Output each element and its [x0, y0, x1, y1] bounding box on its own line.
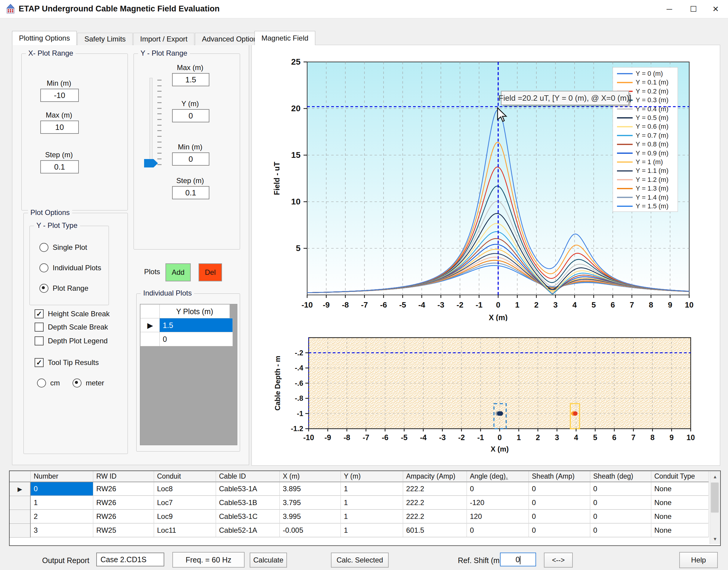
table-cell[interactable]: 222.2	[403, 496, 467, 510]
table-cell[interactable]: 3.995	[280, 510, 341, 523]
table-cell[interactable]: 222.2	[403, 482, 467, 496]
y-step-input[interactable]: 0.1	[172, 186, 209, 199]
table-cell[interactable]: RW26	[93, 482, 154, 496]
table-cell[interactable]: 1	[341, 524, 403, 537]
x-step-input[interactable]: 0.1	[40, 160, 79, 174]
table-cell[interactable]: None	[651, 510, 709, 523]
y-range-slider-track[interactable]	[150, 78, 153, 166]
cable-data-grid[interactable]: NumberRW IDConduitCable IDX (m)Y (m)Ampa…	[9, 471, 721, 546]
x-max-input[interactable]: 10	[40, 120, 79, 134]
output-report-input[interactable]: Case 2.CD1S	[96, 553, 164, 566]
column-header-rw-id[interactable]: RW ID	[93, 471, 154, 482]
table-cell[interactable]: 120	[467, 510, 529, 523]
delete-plot-button[interactable]: Del	[199, 263, 222, 281]
shift-arrows-button[interactable]: <-->	[544, 553, 573, 568]
table-cell[interactable]: -0.005	[280, 524, 341, 537]
table-cell[interactable]: 1	[341, 496, 403, 510]
table-cell[interactable]: 3.895	[280, 482, 341, 496]
radio-plot-range[interactable]: Plot Range	[39, 284, 88, 293]
table-cell[interactable]: 601.5	[403, 524, 467, 537]
table-cell[interactable]: RW25	[93, 524, 154, 537]
column-header-conduit[interactable]: Conduit	[154, 471, 216, 482]
column-header-sheath-amp-[interactable]: Sheath (Amp)	[529, 471, 590, 482]
table-cell[interactable]: Cable53-1C	[216, 510, 280, 523]
table-cell[interactable]: 0	[590, 510, 651, 523]
calculate-button[interactable]: Calculate	[250, 553, 287, 568]
column-header-conduit-type[interactable]: Conduit Type	[651, 471, 709, 482]
ip-row-value[interactable]: 1.5	[159, 318, 233, 332]
scroll-thumb[interactable]	[711, 483, 719, 513]
table-cell[interactable]: 0	[529, 524, 590, 537]
calc-selected-button[interactable]: Calc. Selected	[331, 553, 389, 568]
checkbox-depth-plot-legend[interactable]: Depth Plot Legend	[35, 336, 108, 345]
table-cell[interactable]: 2	[31, 510, 93, 523]
y-range-slider-thumb[interactable]	[144, 159, 158, 168]
tab-magnetic-field[interactable]: Magnetic Field	[254, 31, 315, 45]
table-cell[interactable]: 0	[529, 496, 590, 510]
tab-safety-limits[interactable]: Safety Limits	[77, 33, 132, 45]
radio-unit-cm[interactable]: cm	[37, 378, 60, 387]
y-min-input[interactable]: 0	[172, 153, 209, 166]
table-cell[interactable]: 0	[590, 524, 651, 537]
minimize-button[interactable]: ─	[659, 0, 680, 18]
table-cell[interactable]: 0	[590, 496, 651, 510]
y-max-input[interactable]: 1.5	[172, 73, 209, 86]
help-button[interactable]: Help	[679, 552, 718, 568]
table-cell[interactable]: RW26	[93, 510, 154, 523]
radio-unit-meter[interactable]: meter	[72, 378, 104, 387]
row-selector[interactable]	[10, 510, 31, 524]
ip-row-value[interactable]: 0	[159, 332, 233, 346]
table-cell[interactable]: 3	[31, 524, 93, 537]
scroll-down-icon[interactable]: ▼	[710, 533, 720, 544]
column-header-x-m-[interactable]: X (m)	[280, 471, 341, 482]
checkbox-tool-tip-results[interactable]: ✓Tool Tip Results	[35, 358, 99, 367]
column-header-sheath-deg-[interactable]: Sheath (deg)	[590, 471, 651, 482]
table-cell[interactable]: 1	[31, 496, 93, 510]
ref-shift-input[interactable]: 0	[500, 553, 536, 566]
magnetic-field-chart[interactable]: -10-9-8-7-6-5-4-3-2-10123456789105101520…	[268, 47, 719, 321]
x-min-input[interactable]: -10	[40, 89, 79, 102]
table-cell[interactable]: None	[651, 482, 709, 496]
table-cell[interactable]: 0	[467, 482, 529, 496]
table-cell[interactable]: Cable53-1A	[216, 482, 280, 496]
y-y-input[interactable]: 0	[172, 109, 209, 122]
column-header-number[interactable]: Number	[31, 471, 93, 482]
table-cell[interactable]: RW26	[93, 496, 154, 510]
column-header-cable-id[interactable]: Cable ID	[216, 471, 280, 482]
tab-import-export[interactable]: Import / Export	[133, 33, 194, 45]
scroll-up-icon[interactable]: ▲	[710, 471, 720, 482]
table-scrollbar[interactable]: ▲▼	[710, 471, 720, 544]
column-header-angle-deg-[interactable]: Angle (deg)▲	[467, 471, 529, 482]
table-cell[interactable]: Cable52-1A	[216, 524, 280, 537]
checkbox-depth-scale-break[interactable]: Depth Scale Break	[35, 323, 108, 332]
table-cell[interactable]: 222.2	[403, 510, 467, 523]
table-cell[interactable]: Loc9	[154, 510, 216, 523]
ip-row-selector[interactable]	[140, 332, 160, 346]
ip-row-selector[interactable]: ▶	[140, 318, 160, 332]
table-cell[interactable]: Loc8	[154, 482, 216, 496]
row-selector[interactable]	[10, 524, 31, 538]
table-cell[interactable]: 1	[341, 482, 403, 496]
cable-depth-chart[interactable]: -10-9-8-7-6-5-4-3-2-1012345678910-.2-.4-…	[268, 324, 719, 453]
radio-single-plot[interactable]: Single Plot	[39, 243, 87, 252]
table-cell[interactable]: -120	[467, 496, 529, 510]
table-cell[interactable]: 0	[467, 524, 529, 537]
table-cell[interactable]: 0	[590, 482, 651, 496]
table-cell[interactable]: 1	[341, 510, 403, 523]
table-cell[interactable]: 3.795	[280, 496, 341, 510]
add-plot-button[interactable]: Add	[165, 263, 191, 281]
row-selector[interactable]	[10, 496, 31, 510]
table-cell[interactable]: None	[651, 524, 709, 537]
maximize-button[interactable]: ☐	[683, 0, 704, 18]
table-cell[interactable]: None	[651, 496, 709, 510]
table-cell[interactable]: 0	[529, 510, 590, 523]
row-selector[interactable]: ▶	[10, 482, 31, 496]
column-header-y-m-[interactable]: Y (m)	[341, 471, 403, 482]
radio-individual-plots[interactable]: Individual Plots	[39, 263, 101, 272]
close-button[interactable]: ✕	[705, 0, 726, 18]
table-cell[interactable]: Cable53-1B	[216, 496, 280, 510]
checkbox-height-scale-break[interactable]: ✓Height Scale Break	[35, 309, 110, 318]
table-cell[interactable]: 0	[529, 482, 590, 496]
table-cell[interactable]: Loc7	[154, 496, 216, 510]
tab-plotting-options[interactable]: Plotting Options	[12, 31, 77, 45]
